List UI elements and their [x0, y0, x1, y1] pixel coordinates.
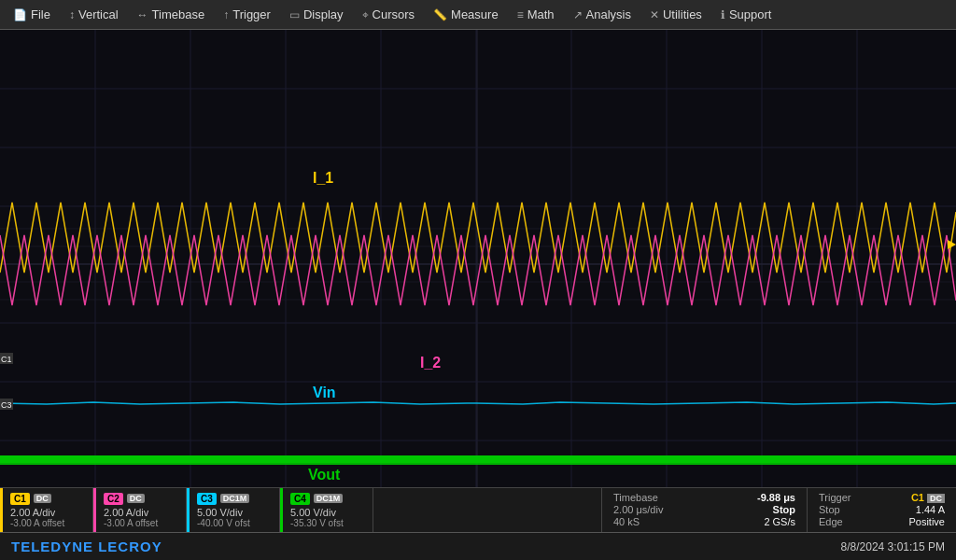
analysis-icon: ↗	[573, 8, 583, 21]
svg-text:C1: C1	[1, 355, 12, 364]
waveforms: C1 C3	[0, 30, 956, 498]
timebase-status-val: Stop	[773, 504, 795, 515]
brand-name: TELEDYNE LECROY	[11, 539, 162, 554]
ch3-status: C3 DC1M 5.00 V/div -40.00 V ofst	[187, 488, 280, 532]
c1-waveform	[0, 203, 956, 273]
c3-offset: -40.00 V ofst	[197, 518, 272, 528]
timebase-icon: ↔	[137, 8, 148, 21]
brand-bar: TELEDYNE LECROY 8/8/2024 3:01:15 PM	[0, 532, 956, 560]
c1-div: 2.00 A/div	[10, 507, 85, 518]
menu-support[interactable]: ℹ Support	[711, 4, 781, 25]
menu-vertical[interactable]: ↕ Vertical	[60, 4, 128, 25]
timebase-status: Timebase -9.88 μs 2.00 μs/div Stop 40 kS…	[601, 488, 807, 532]
display-icon: ▭	[289, 8, 300, 21]
status-bar: C1 DC 2.00 A/div -3.00 A offset C2 DC 2.…	[0, 487, 956, 532]
menu-file[interactable]: 📄 File	[4, 4, 60, 25]
timebase-sample-rate: 2 GS/s	[764, 516, 795, 527]
menu-utilities[interactable]: ✕ Utilities	[640, 4, 711, 25]
c1-offset: -3.00 A offset	[10, 518, 85, 528]
c3-dc-badge: DC1M	[220, 494, 250, 503]
timebase-label: Timebase	[613, 492, 658, 503]
menu-timebase[interactable]: ↔ Timebase	[128, 4, 215, 25]
timebase-value-ns: -9.88 μs	[757, 492, 795, 503]
measure-icon: 📏	[433, 8, 447, 21]
timebase-div-label: 2.00 μs/div	[613, 504, 663, 515]
datetime: 8/8/2024 3:01:15 PM	[841, 540, 945, 553]
c1-dc-badge: DC	[34, 494, 51, 503]
ch1-status: C1 DC 2.00 A/div -3.00 A offset	[0, 488, 93, 532]
c4-div: 5.00 V/div	[290, 507, 365, 518]
c4-dc-badge: DC1M	[314, 494, 344, 503]
c2-div: 2.00 A/div	[104, 507, 178, 518]
ch2-status: C2 DC 2.00 A/div -3.00 A offset	[93, 488, 187, 532]
math-icon: ≡	[517, 8, 524, 21]
c1-badge: C1	[10, 493, 30, 505]
c4-badge: C4	[290, 493, 310, 505]
ch4-status: C4 DC1M 5.00 V/div -35.30 V ofst	[280, 488, 373, 532]
c3-div: 5.00 V/div	[197, 507, 272, 518]
oscilloscope-screen: C1 C3 I_1 I_2 Vin Vout	[0, 30, 956, 498]
menu-bar: 📄 File ↕ Vertical ↔ Timebase ↑ Trigger ▭…	[0, 0, 956, 30]
menu-cursors[interactable]: ⌖ Cursors	[353, 4, 425, 25]
trigger-slope: Positive	[908, 516, 945, 527]
c2-waveform	[0, 235, 956, 305]
c3-waveform	[0, 402, 956, 404]
trigger-mode-label: Stop	[819, 504, 840, 515]
trigger-type-label: Edge	[819, 516, 843, 527]
trigger-label: Trigger	[819, 492, 851, 503]
cursors-icon: ⌖	[362, 8, 369, 21]
utilities-icon: ✕	[650, 8, 659, 21]
c4-offset: -35.30 V ofst	[290, 518, 365, 528]
trigger-status: Trigger C1 DC Stop 1.44 A Edge Positive	[807, 488, 956, 532]
trigger-level: 1.44 A	[916, 504, 945, 515]
support-icon: ℹ	[721, 8, 725, 21]
menu-trigger[interactable]: ↑ Trigger	[214, 4, 280, 25]
c2-offset: -3.00 A offset	[104, 518, 178, 528]
c3-badge: C3	[197, 493, 217, 505]
timebase-memory-label: 40 kS	[613, 516, 640, 527]
c2-dc-badge: DC	[127, 494, 145, 503]
menu-display[interactable]: ▭ Display	[280, 4, 353, 25]
trigger-icon: ↑	[223, 8, 229, 21]
svg-text:C3: C3	[1, 400, 12, 410]
menu-measure[interactable]: 📏 Measure	[424, 4, 508, 25]
vertical-icon: ↕	[69, 8, 75, 21]
c2-badge: C2	[104, 493, 123, 505]
trigger-channel: C1 DC	[911, 492, 945, 503]
menu-math[interactable]: ≡ Math	[508, 4, 564, 25]
menu-analysis[interactable]: ↗ Analysis	[564, 4, 640, 25]
file-icon: 📄	[13, 8, 27, 21]
